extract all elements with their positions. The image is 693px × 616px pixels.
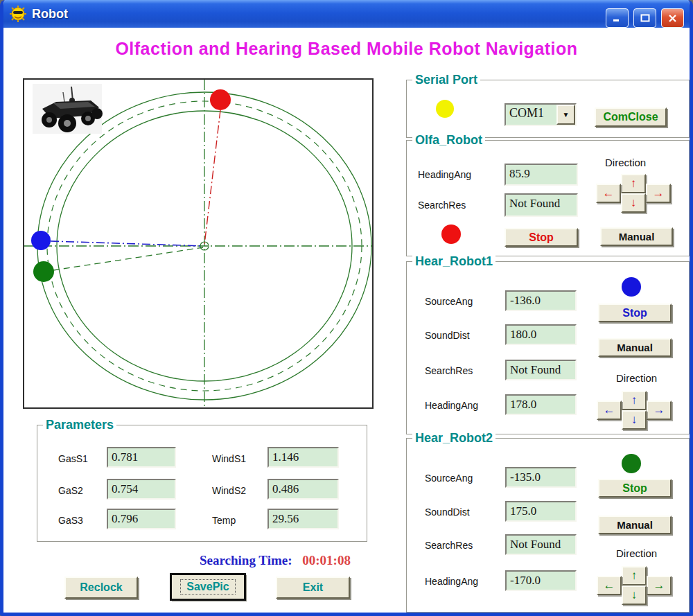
- arrow-up-icon: ↑: [631, 394, 638, 407]
- hear2-searchres-field[interactable]: Not Found: [505, 534, 577, 555]
- hear-robot1-dot: [31, 231, 51, 250]
- hear2-sourceang-field[interactable]: -135.0: [505, 467, 577, 488]
- hear1-up-button[interactable]: ↑: [622, 391, 647, 410]
- hear1-status-indicator: [622, 277, 641, 297]
- exit-button[interactable]: Exit: [276, 577, 350, 599]
- hear2-stop-button[interactable]: Stop: [598, 479, 672, 498]
- gas3-field[interactable]: 0.796: [107, 509, 176, 529]
- winds1-field[interactable]: 1.146: [267, 447, 339, 468]
- hear2-sounddist-field[interactable]: 175.0: [505, 501, 577, 522]
- savepic-button[interactable]: SavePic: [170, 574, 245, 600]
- olfa-status-indicator: [441, 225, 461, 244]
- arrow-right-icon: →: [653, 403, 665, 417]
- hear1-searchres-field[interactable]: Not Found: [505, 360, 577, 380]
- hear1-stop-button[interactable]: Stop: [598, 303, 672, 322]
- olfa-up-button[interactable]: ↑: [621, 174, 646, 193]
- maximize-button[interactable]: [633, 8, 656, 28]
- hear2-direction-pad: ↑ ← → ↓: [597, 566, 672, 605]
- hear2-down-button[interactable]: ↓: [622, 586, 647, 605]
- arrow-up-icon: ↑: [631, 177, 637, 191]
- hear1-headingang-label: HeadingAng: [425, 400, 478, 411]
- hear1-left-button[interactable]: ←: [597, 401, 622, 420]
- close-button[interactable]: [661, 8, 684, 28]
- hear2-manual-button[interactable]: Manual: [598, 516, 672, 534]
- arrow-left-icon: ←: [604, 579, 615, 592]
- reclock-button[interactable]: Reclock: [64, 577, 138, 599]
- winds1-label: WindS1: [212, 453, 246, 464]
- gass1-field[interactable]: 0.781: [107, 447, 176, 468]
- hear1-manual-button[interactable]: Manual: [598, 338, 672, 357]
- comclose-button[interactable]: ComClose: [595, 107, 667, 127]
- olfa-down-button[interactable]: ↓: [621, 193, 646, 213]
- hear2-sounddist-label: SoundDist: [425, 507, 470, 518]
- com-port-select[interactable]: COM1 ▼: [505, 103, 577, 126]
- arrow-up-icon: ↑: [631, 569, 638, 583]
- winds2-label: WindS2: [212, 485, 246, 496]
- hear2-direction-label: Direction: [616, 547, 657, 559]
- hear-robot2-group-title: Hear_Robot2: [412, 431, 495, 446]
- parameters-group-title: Parameters: [43, 418, 116, 432]
- hear1-bearing-line: [51, 241, 203, 246]
- searching-time-label: Searching Time:: [200, 553, 292, 567]
- gass1-label: GasS1: [58, 453, 88, 464]
- hear1-sounddist-label: SoundDist: [425, 330, 470, 341]
- arrow-down-icon: ↓: [631, 196, 637, 210]
- hear1-down-button[interactable]: ↓: [622, 410, 647, 430]
- olfa-bearing-line: [204, 110, 220, 245]
- title-bar[interactable]: Robot: [0, 0, 693, 28]
- winds2-field[interactable]: 0.486: [267, 479, 339, 500]
- hear1-searchres-label: SearchRes: [425, 365, 473, 376]
- hear-robot1-group: Hear_Robot1 SourceAng -136.0 SoundDist 1…: [406, 261, 690, 434]
- olfa-stop-button[interactable]: Stop: [505, 228, 578, 247]
- window-controls: [606, 8, 684, 28]
- olfa-headingang-label: HeadingAng: [418, 169, 471, 180]
- olfa-headingang-field[interactable]: 85.9: [505, 164, 578, 186]
- serial-port-group: Serial Port COM1 ▼ ComClose: [406, 80, 690, 138]
- minimize-icon: [613, 14, 622, 22]
- olfa-manual-button[interactable]: Manual: [600, 227, 673, 246]
- hear2-up-button[interactable]: ↑: [622, 566, 647, 586]
- com-port-value: COM1: [506, 105, 556, 125]
- hear2-left-button[interactable]: ←: [597, 576, 622, 595]
- navigation-plot: [23, 78, 374, 409]
- gas3-label: GaS3: [58, 515, 83, 526]
- parameters-group: Parameters GasS1 0.781 GaS2 0.754 GaS3 0…: [37, 425, 367, 542]
- olfa-robot-dot: [210, 89, 231, 110]
- minimize-button[interactable]: [606, 8, 629, 28]
- olfa-left-button[interactable]: ←: [596, 184, 621, 203]
- hear1-direction-pad: ↑ ← → ↓: [597, 391, 672, 430]
- olfa-direction-label: Direction: [605, 157, 646, 168]
- olfa-robot-group-title: Olfa_Robot: [412, 133, 485, 148]
- hear1-sounddist-field[interactable]: 180.0: [505, 324, 577, 345]
- olfa-right-button[interactable]: →: [646, 184, 671, 203]
- navigation-plot-canvas: [24, 80, 372, 407]
- hear2-right-button[interactable]: →: [647, 576, 672, 595]
- dropdown-arrow-icon[interactable]: ▼: [556, 105, 575, 125]
- window-title: Robot: [32, 0, 68, 28]
- olfa-searchres-field[interactable]: Not Found: [505, 193, 578, 217]
- searching-time: Searching Time: 00:01:08: [200, 553, 351, 568]
- hear2-headingang-field[interactable]: -170.0: [505, 570, 577, 591]
- gas2-label: GaS2: [58, 485, 83, 496]
- hear2-searchres-label: SearchRes: [425, 540, 473, 551]
- olfa-searchres-label: SearchRes: [418, 200, 466, 211]
- close-icon: [668, 14, 677, 23]
- olfa-robot-group: Olfa_Robot HeadingAng 85.9 SearchRes Not…: [406, 140, 690, 256]
- hear1-right-button[interactable]: →: [647, 401, 672, 420]
- maximize-icon: [640, 14, 650, 22]
- hear2-status-indicator: [622, 454, 641, 473]
- arrow-left-icon: ←: [604, 403, 615, 417]
- arrow-down-icon: ↓: [631, 588, 638, 602]
- arrow-left-icon: ←: [603, 186, 615, 200]
- hear1-direction-label: Direction: [616, 372, 657, 384]
- temp-field[interactable]: 29.56: [267, 509, 339, 529]
- hear2-bearing-line: [53, 247, 203, 270]
- gas2-field[interactable]: 0.754: [107, 479, 176, 500]
- hear-robot2-group: Hear_Robot2 SourceAng -135.0 SoundDist 1…: [406, 438, 690, 613]
- hear-robot1-group-title: Hear_Robot1: [412, 254, 495, 269]
- arrow-right-icon: →: [653, 186, 665, 200]
- robot-photo: [33, 84, 103, 134]
- app-icon: [9, 5, 27, 23]
- hear1-sourceang-field[interactable]: -136.0: [505, 290, 577, 311]
- hear1-headingang-field[interactable]: 178.0: [505, 394, 577, 415]
